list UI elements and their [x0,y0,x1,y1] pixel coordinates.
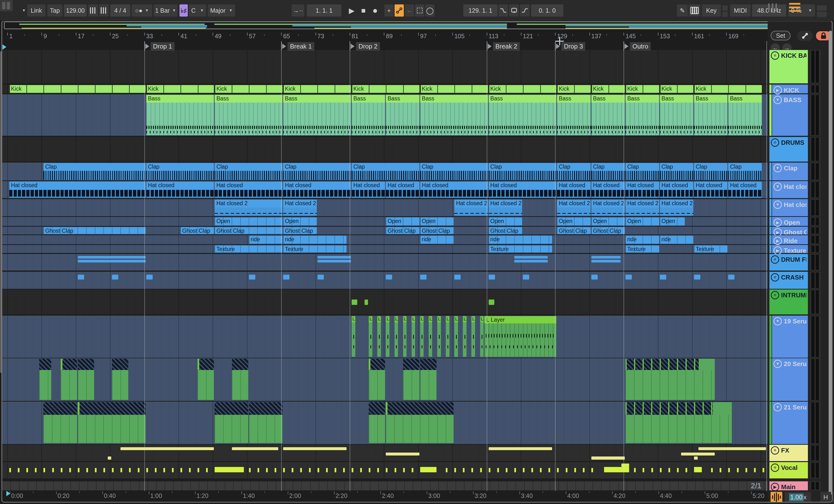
arrangement-overview[interactable] [4,21,830,29]
clip-vocal-lane[interactable] [574,468,576,472]
clip-serum-20[interactable] [78,359,94,400]
clip-clap[interactable]: Clap [352,163,419,180]
clip-vocal-lane[interactable] [540,468,542,472]
clip-bass[interactable]: Bass [283,95,351,135]
clip-vocal-lane[interactable] [352,468,353,472]
clip-crash[interactable] [694,275,700,279]
clip-fx-lane[interactable] [694,457,698,460]
clip-crash[interactable] [317,275,324,279]
punch-in-button[interactable] [499,4,508,17]
clip-serum-20[interactable] [232,359,248,400]
clip-ride[interactable]: ride [489,236,552,244]
clip-vocal-lane[interactable] [412,468,413,472]
lane-fx-lane[interactable] [2,445,768,461]
track-header-texture[interactable]: ▶Texture [772,245,808,253]
clip-vocal-lane[interactable] [685,468,687,472]
record-button[interactable]: ● [370,4,380,17]
clip-hat-closed[interactable]: Hat closed [215,182,282,198]
beat-time-ruler[interactable]: 1917253341495765738189971051131211291371… [0,29,768,41]
clip-ghost-clap[interactable]: Ghost Clap [215,227,282,234]
clip-kick[interactable]: Kick [9,85,146,93]
clip-bass[interactable]: Bass [728,95,762,135]
clip-vocal-lane[interactable] [369,468,370,472]
clip-vocal-lane[interactable] [146,468,148,472]
clip-texture[interactable]: Texture [694,246,727,252]
clip-drum-fill[interactable] [317,260,351,262]
clip-crash[interactable] [386,275,392,279]
lane-kick[interactable]: KickKickKickKickKickKickKickKickKickKick… [2,85,768,93]
clip-crash[interactable] [112,275,118,279]
clip-hat-closed[interactable]: Hat closed [728,182,762,198]
clip-vocal-lane[interactable] [480,468,482,472]
clip-serum-21[interactable] [386,402,454,443]
clip-vocal-lane[interactable] [531,468,533,472]
computer-midi-keyboard-button[interactable] [689,4,700,17]
clip-hat-closed[interactable]: Hat closed [694,182,727,198]
clip-open[interactable]: Open [420,217,454,225]
clip-kick[interactable]: Kick [591,85,625,93]
clip-vocal-lane[interactable] [395,468,396,472]
clip-hat-closed[interactable]: Hat closed [660,182,693,198]
clip-kick[interactable]: Kick [626,85,659,93]
clip-fx-lane[interactable] [108,457,111,460]
clip-serum-19[interactable]: L [369,316,372,357]
clip-hat-closed-2[interactable]: Hat closed 2 [489,200,522,216]
clip-drum-fill[interactable] [317,256,351,258]
clip-ride[interactable]: ride [626,236,659,244]
quantize-menu[interactable]: 1 Bar▼ [154,4,178,17]
options-caret-icon[interactable]: ▼ [20,4,26,17]
clip-ghost-clap[interactable]: Ghost Clap [180,227,214,234]
clip-serum-19[interactable]: L [463,316,466,357]
clip-vocal-lane[interactable] [317,468,319,472]
clip-serum-20[interactable] [626,359,715,400]
clip-open[interactable]: Open [386,217,419,225]
fold-icon[interactable]: ▼ [773,164,782,172]
set-button[interactable]: Set [771,31,791,41]
re-enable-automation-button[interactable]: ← [405,4,414,17]
clip-vocal-lane[interactable] [78,468,80,472]
clip-vocal-lane[interactable] [651,468,653,472]
automation-mode-button[interactable] [395,4,404,17]
time-ruler-start-marker[interactable] [6,491,10,496]
clip-hat-closed-2[interactable]: Hat closed 2 [454,200,488,216]
clip-bass[interactable]: Bass [420,95,488,135]
group-fold-icon[interactable]: ≡ [771,51,779,60]
clip-clap[interactable]: Clap [660,163,693,180]
clip-fx-lane[interactable] [681,453,715,456]
playback-speed-field[interactable]: 1.00x [785,492,811,503]
clip-hat-closed[interactable]: Hat closed [146,182,214,198]
lane-hat-closed[interactable]: Hat closedHat closedHat closedHat closed… [2,181,768,198]
clip-serum-20[interactable] [369,359,385,400]
group-fold-icon[interactable]: ≡ [771,138,779,147]
clip-vocal-lane[interactable] [249,468,251,472]
clip-hat-closed[interactable]: Hat closed [557,182,590,198]
track-height-button[interactable]: H [820,492,831,503]
clip-vocal-lane[interactable] [112,468,114,472]
clip-serum-19[interactable]: L [386,316,390,357]
clip-kick[interactable]: Kick [557,85,590,93]
clip-ghost-clap[interactable]: Ghost Clap [283,227,316,234]
clip-serum-19[interactable]: L [480,316,484,357]
clip-serum-19[interactable]: L [352,316,355,357]
track-header-main[interactable]: ▶Main [769,481,808,490]
clip-vocal-lane[interactable] [172,468,174,472]
clip-vocal-lane[interactable] [463,468,464,472]
clip-vocal-lane[interactable] [198,468,199,472]
clip-hat-closed[interactable]: Hat closed [283,182,351,198]
clip-hat-closed-2[interactable]: Hat closed 2 [557,200,590,216]
clip-vocal-lane[interactable] [52,468,54,472]
clip-vocal-lane[interactable] [43,468,45,472]
clip-texture[interactable]: Texture [283,246,347,252]
clip-crash[interactable] [249,275,255,279]
clip-fx-lane[interactable] [386,453,419,456]
track-header-kick[interactable]: ▶KICK [772,85,808,93]
clip-vocal-lane[interactable] [591,468,593,472]
clip-vocal-lane[interactable] [506,468,507,472]
clip-clap[interactable]: Clap [489,163,556,180]
clip-vocal-lane[interactable] [454,468,456,472]
clip-vocal-lane[interactable] [514,468,516,472]
clip-clap[interactable]: Clap [146,163,214,180]
clip-crash[interactable] [420,275,426,279]
clip-hat-closed-2[interactable]: Hat closed 2 [660,200,693,216]
new-button[interactable]: + [384,4,394,17]
